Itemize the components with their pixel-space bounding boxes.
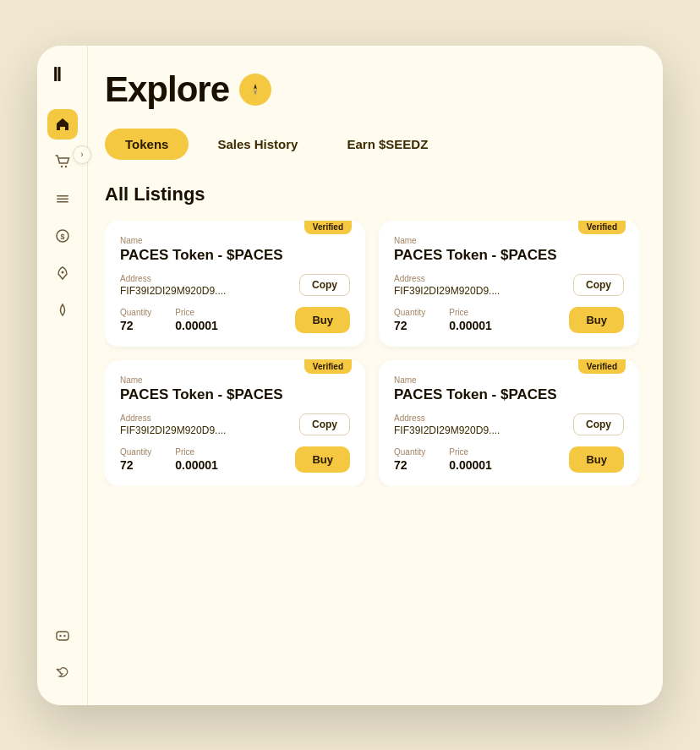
qty-price-row: Quantity 72 Price 0.00001 [120,447,218,472]
sidebar-bottom [47,621,78,688]
listings-grid: Verified Name PACES Token - $PACES Addre… [105,221,639,486]
price-group: Price 0.00001 [449,447,492,472]
bottom-row: Quantity 72 Price 0.00001 Buy [120,307,350,333]
bottom-row: Quantity 72 Price 0.00001 Buy [120,446,350,473]
price-group: Price 0.00001 [175,447,218,472]
name-label: Name [120,236,350,245]
copy-button[interactable]: Copy [299,274,350,296]
svg-point-10 [59,634,61,636]
name-label: Name [394,375,624,385]
name-label: Name [394,236,624,245]
buy-button[interactable]: Buy [295,446,350,473]
listing-card: Verified Name PACES Token - $PACES Addre… [105,221,365,347]
sidebar-item-drop[interactable] [47,295,78,326]
address-group: Address FIF39I2DI29M920D9.... [120,413,226,436]
name-label: Name [120,375,350,385]
quantity-value: 72 [394,319,425,332]
sidebar-item-dollar[interactable]: $ [47,221,78,251]
section-title: All Listings [105,183,639,205]
device-frame: Ⅱ $ [37,46,663,705]
token-name: PACES Token - $PACES [120,247,350,264]
tab-tokens[interactable]: Tokens [105,129,189,160]
price-label: Price [449,308,492,317]
svg-rect-5 [57,201,68,203]
quantity-label: Quantity [394,308,425,317]
verified-badge: Verified [304,221,352,234]
verified-badge: Verified [578,359,626,374]
price-label: Price [175,308,218,317]
qty-price-row: Quantity 72 Price 0.00001 [120,308,218,332]
svg-text:Ⅱ: Ⅱ [52,64,61,85]
sidebar-item-twitter[interactable] [47,658,78,688]
address-value: FIF39I2DI29M920D9.... [120,424,226,436]
verified-badge: Verified [304,359,352,374]
price-value: 0.00001 [449,458,492,472]
token-name: PACES Token - $PACES [394,386,624,403]
qty-price-row: Quantity 72 Price 0.00001 [394,308,492,332]
listings-section: All Listings Verified Name PACES Token -… [105,183,639,486]
address-row: Address FIF39I2DI29M920D9.... Copy [120,413,350,436]
address-row: Address FIF39I2DI29M920D9.... Copy [394,413,624,436]
svg-rect-4 [57,198,68,200]
buy-button[interactable]: Buy [295,307,350,333]
address-label: Address [120,413,226,423]
svg-point-8 [61,271,63,273]
bottom-row: Quantity 72 Price 0.00001 Buy [394,446,624,473]
collapse-button[interactable]: › [73,145,91,164]
quantity-label: Quantity [120,308,151,317]
copy-button[interactable]: Copy [299,413,350,435]
token-name: PACES Token - $PACES [394,247,624,264]
svg-point-11 [63,634,65,636]
page-header: Explore [105,69,639,110]
address-value: FIF39I2DI29M920D9.... [394,285,500,297]
sidebar-item-rocket[interactable] [47,258,78,288]
app-logo: Ⅱ [51,63,74,90]
quantity-label: Quantity [120,447,151,457]
address-value: FIF39I2DI29M920D9.... [120,285,226,297]
quantity-group: Quantity 72 [394,308,425,332]
price-group: Price 0.00001 [175,308,218,332]
address-group: Address FIF39I2DI29M920D9.... [120,274,226,297]
tab-earn-seedz[interactable]: Earn $SEEDZ [326,129,448,160]
address-label: Address [394,274,500,283]
listing-card: Verified Name PACES Token - $PACES Addre… [379,221,639,347]
svg-point-2 [64,165,66,167]
token-name: PACES Token - $PACES [120,386,350,403]
svg-rect-3 [57,195,68,197]
price-label: Price [175,447,218,457]
address-label: Address [120,274,226,283]
address-row: Address FIF39I2DI29M920D9.... Copy [394,274,624,297]
price-value: 0.00001 [175,319,218,332]
quantity-value: 72 [120,458,151,472]
address-row: Address FIF39I2DI29M920D9.... Copy [120,274,350,297]
copy-button[interactable]: Copy [573,274,624,296]
quantity-value: 72 [394,458,425,472]
buy-button[interactable]: Buy [569,307,624,333]
tabs-container: Tokens Sales History Earn $SEEDZ [105,129,639,160]
sidebar: Ⅱ $ [37,46,88,705]
svg-text:$: $ [60,233,64,241]
address-group: Address FIF39I2DI29M920D9.... [394,274,500,297]
bottom-row: Quantity 72 Price 0.00001 Buy [394,307,624,333]
qty-price-row: Quantity 72 Price 0.00001 [394,447,492,472]
quantity-label: Quantity [394,447,425,457]
buy-button[interactable]: Buy [569,446,624,473]
sidebar-item-home[interactable] [47,109,78,140]
sidebar-item-discord[interactable] [47,621,78,651]
verified-badge: Verified [578,221,626,234]
address-label: Address [394,413,500,423]
address-group: Address FIF39I2DI29M920D9.... [394,413,500,436]
price-group: Price 0.00001 [449,308,492,332]
listing-card: Verified Name PACES Token - $PACES Addre… [105,360,365,486]
svg-point-1 [60,165,62,167]
compass-icon [239,74,271,106]
copy-button[interactable]: Copy [573,413,624,435]
quantity-value: 72 [120,319,151,332]
quantity-group: Quantity 72 [120,447,151,472]
address-value: FIF39I2DI29M920D9.... [394,424,500,436]
price-value: 0.00001 [449,319,492,332]
quantity-group: Quantity 72 [394,447,425,472]
sidebar-item-menu[interactable] [47,183,78,214]
quantity-group: Quantity 72 [120,308,151,332]
tab-sales-history[interactable]: Sales History [197,129,318,160]
